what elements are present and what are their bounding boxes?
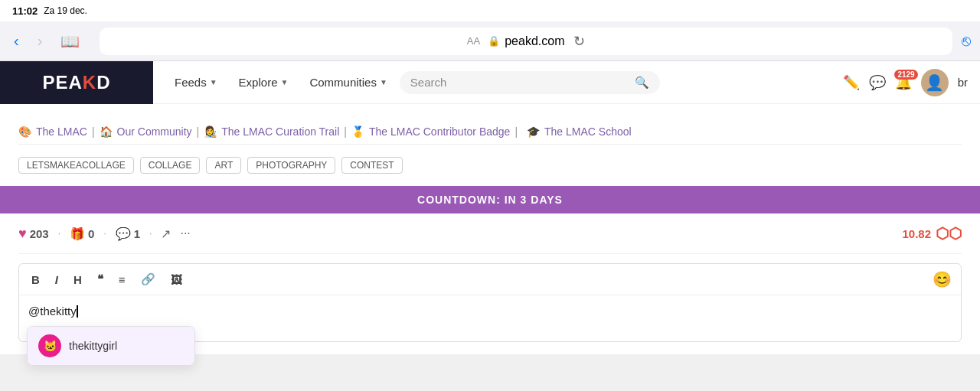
avatar-icon: 🐱 <box>44 340 57 352</box>
blockquote-button[interactable]: ❝ <box>94 271 106 288</box>
text-cursor <box>77 305 78 318</box>
status-bar: 11:02 Za 19 dec. <box>0 0 980 21</box>
comment-editor: B I H ❝ ≡ 🔗 🖼 😊 @thekitty 🐱 thekittygirl <box>18 263 962 342</box>
autocomplete-dropdown: 🐱 thekittygirl <box>27 326 195 366</box>
separator-4: | <box>514 125 518 138</box>
gift-count: 0 <box>88 227 94 240</box>
emoji-button[interactable]: 😊 <box>933 270 952 288</box>
link-emoji-2: 🏠 <box>100 125 113 138</box>
text-size-control: AA <box>467 35 480 47</box>
like-action[interactable]: ♥ 203 <box>18 226 49 242</box>
explore-chevron-icon: ▼ <box>280 78 288 86</box>
notifications-button[interactable]: 🔔 2129 <box>895 74 912 91</box>
bookmarks-button[interactable]: 📖 <box>56 29 84 54</box>
hive-value: 10.82 ⬡⬡ <box>902 224 962 243</box>
list-button[interactable]: ≡ <box>116 272 129 288</box>
separator-1: | <box>92 125 95 138</box>
tag-contest[interactable]: CONTEST <box>341 157 402 174</box>
more-action[interactable]: ··· <box>180 226 190 240</box>
link-emoji-5: 🎓 <box>527 125 540 138</box>
separator-2: | <box>197 125 200 138</box>
link-school[interactable]: The LMAC School <box>544 125 632 138</box>
forward-button[interactable]: › <box>33 29 47 53</box>
comment-count: 1 <box>134 227 140 240</box>
logo-accent: K <box>83 72 96 93</box>
comment-icon: 💬 <box>116 226 131 241</box>
feeds-label: Feeds <box>175 76 207 89</box>
link-emoji-4: 🥇 <box>351 125 364 138</box>
countdown-text: COUNTDOWN: IN 3 DAYS <box>417 194 563 206</box>
link-lmac[interactable]: The LMAC <box>36 125 87 138</box>
link-emoji-3: 👩‍🎨 <box>204 125 217 138</box>
suggestion-username: thekittygirl <box>69 340 117 352</box>
status-date: Za 19 dec. <box>44 5 87 16</box>
url-bar[interactable]: AA 🔒 peakd.com ↻ <box>100 28 952 55</box>
hive-amount: 10.82 <box>902 227 931 240</box>
separator-3: | <box>344 125 347 138</box>
dot-separator-1: · <box>58 228 60 239</box>
countdown-banner: COUNTDOWN: IN 3 DAYS <box>0 186 980 213</box>
tag-art[interactable]: ART <box>206 157 241 174</box>
notification-count: 2129 <box>894 70 917 80</box>
search-bar[interactable]: Search 🔍 <box>400 71 660 94</box>
domain-text: peakd.com <box>505 34 564 48</box>
search-icon: 🔍 <box>635 76 649 90</box>
editor-body[interactable]: @thekitty 🐱 thekittygirl <box>19 295 961 341</box>
heart-icon: ♥ <box>18 226 27 242</box>
heading-button[interactable]: H <box>70 272 85 288</box>
status-time: 11:02 <box>12 5 38 17</box>
feeds-menu[interactable]: Feeds ▼ <box>165 71 227 93</box>
hive-logo: ⬡⬡ <box>936 224 962 243</box>
gift-action[interactable]: 🎁 0 <box>70 226 94 241</box>
username-abbr: br <box>958 76 968 89</box>
explore-menu[interactable]: Explore ▼ <box>230 71 298 93</box>
messages-button[interactable]: 💬 <box>869 74 886 91</box>
tag-collage[interactable]: COLLAGE <box>140 157 201 174</box>
dot-separator-3: · <box>149 228 152 239</box>
avatar[interactable]: 👤 <box>921 69 949 96</box>
ssl-lock-icon: 🔒 <box>488 35 500 47</box>
feeds-chevron-icon: ▼ <box>210 78 217 86</box>
browser-bar: ‹ › 📖 AA 🔒 peakd.com ↻ ⎋ <box>0 21 980 61</box>
logo: PEAKD <box>42 72 110 93</box>
edit-button[interactable]: ✏️ <box>843 74 860 91</box>
links-area: 🎨 The LMAC | 🏠 Our Community | 👩‍🎨 The L… <box>18 116 962 145</box>
editor-content: @thekitty <box>28 305 77 318</box>
bold-button[interactable]: B <box>28 272 43 288</box>
more-icon: ··· <box>180 226 190 240</box>
communities-label: Communities <box>309 76 377 89</box>
link-emoji-1: 🎨 <box>18 125 31 138</box>
logo-area: PEAKD <box>0 61 153 104</box>
search-placeholder: Search <box>410 76 447 89</box>
back-button[interactable]: ‹ <box>9 29 24 53</box>
reload-icon: ↻ <box>573 33 585 50</box>
link-button[interactable]: 🔗 <box>138 271 158 288</box>
explore-label: Explore <box>239 76 278 89</box>
share-action[interactable]: ↗ <box>161 226 171 241</box>
italic-button[interactable]: I <box>52 272 61 288</box>
like-count: 203 <box>30 227 49 240</box>
image-button[interactable]: 🖼 <box>168 272 185 288</box>
comment-action[interactable]: 💬 1 <box>116 226 140 241</box>
main-content: 🎨 The LMAC | 🏠 Our Community | 👩‍🎨 The L… <box>0 104 980 354</box>
gift-icon: 🎁 <box>70 226 85 241</box>
tag-letsmakeacollage[interactable]: LETSMAKEACOLLAGE <box>18 157 134 174</box>
peakd-navbar: PEAKD Feeds ▼ Explore ▼ Communities ▼ Se… <box>0 61 980 104</box>
link-community[interactable]: Our Community <box>117 125 192 138</box>
communities-chevron-icon: ▼ <box>380 78 387 86</box>
nav-items: Feeds ▼ Explore ▼ Communities ▼ Search 🔍 <box>153 61 831 103</box>
suggestion-avatar: 🐱 <box>38 334 61 357</box>
action-bar: ♥ 203 · 🎁 0 · 💬 1 · ↗ ··· 10.82 ⬡⬡ <box>18 213 962 254</box>
communities-menu[interactable]: Communities ▼ <box>300 71 396 93</box>
tag-photography[interactable]: PHOTOGRAPHY <box>247 157 335 174</box>
autocomplete-suggestion[interactable]: 🐱 thekittygirl <box>28 327 194 365</box>
share-button[interactable]: ⎋ <box>962 32 971 50</box>
editor-toolbar: B I H ❝ ≡ 🔗 🖼 😊 <box>19 264 961 295</box>
link-contributor-badge[interactable]: The LMAC Contributor Badge <box>369 125 510 138</box>
nav-right: ✏️ 💬 🔔 2129 👤 br <box>831 69 980 96</box>
tags-area: LETSMAKEACOLLAGE COLLAGE ART PHOTOGRAPHY… <box>18 157 962 174</box>
link-curation-trail[interactable]: The LMAC Curation Trail <box>221 125 339 138</box>
dot-separator-2: · <box>103 228 106 239</box>
share-icon: ↗ <box>161 226 171 241</box>
